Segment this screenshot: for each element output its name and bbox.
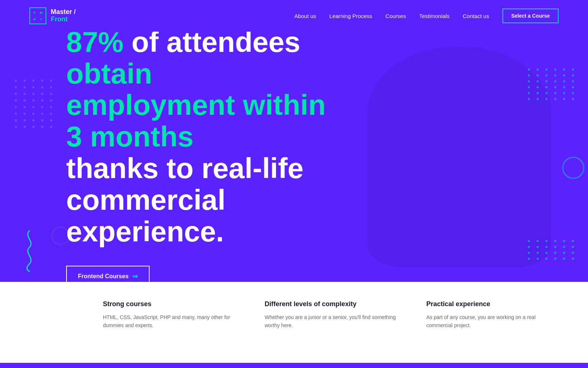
- nav-link-learning[interactable]: Learning Process: [329, 13, 372, 19]
- feature-item-2: Different levels of complexity Whether y…: [265, 300, 397, 344]
- headline-text4: experience.: [66, 215, 224, 248]
- logo-letter-t: T: [38, 16, 44, 22]
- hero-section: 87% of attendees obtain employment withi…: [0, 32, 588, 282]
- dots-right-top: [528, 68, 577, 100]
- hero-content: 87% of attendees obtain employment withi…: [0, 32, 331, 282]
- feature-item-1: Strong courses HTML, CSS, JavaScript, PH…: [103, 300, 235, 344]
- headline-text1: of attendees: [123, 32, 300, 58]
- logo-letter-n: N: [32, 16, 37, 22]
- nav-link-about[interactable]: About us: [294, 13, 316, 19]
- navbar: F M N T Master / Front About us Learning…: [0, 0, 588, 32]
- feature-desc-3: As part of any course, you are working o…: [426, 313, 559, 330]
- headline-text2: employment within 3 months: [66, 89, 326, 153]
- logo-line1: Master /: [51, 8, 76, 16]
- feature-item-3: Practical experience As part of any cour…: [426, 300, 559, 344]
- headline-text3: thanks to real-life commercial: [66, 152, 304, 216]
- logo-text: Master / Front: [51, 8, 76, 23]
- logo[interactable]: F M N T Master / Front: [29, 7, 76, 24]
- feature-title-1: Strong courses: [103, 300, 235, 308]
- circle-right-deco: [562, 157, 584, 179]
- hero-cta-label: Frontend Courses: [78, 273, 129, 280]
- logo-box: F M N T: [29, 7, 46, 24]
- feature-desc-2: Whether you are a junior or a senior, yo…: [265, 313, 397, 330]
- nav-links: About us Learning Process Courses Testim…: [294, 8, 559, 23]
- nav-link-courses[interactable]: Courses: [386, 13, 406, 19]
- nav-link-testimonials[interactable]: Testimonials: [419, 13, 450, 19]
- headline-obtain: obtain: [66, 57, 152, 90]
- headline-stat: 87%: [66, 32, 123, 58]
- person-bg: [368, 46, 551, 267]
- nav-link-contact[interactable]: Contact us: [463, 13, 489, 19]
- logo-line2: Front: [51, 16, 76, 23]
- hero-cta-arrow: ⇒: [132, 272, 138, 280]
- feature-title-2: Different levels of complexity: [265, 300, 397, 308]
- logo-letter-m: M: [38, 10, 44, 15]
- hero-headline: 87% of attendees obtain employment withi…: [66, 32, 331, 247]
- hero-cta-button[interactable]: Frontend Courses ⇒: [66, 266, 150, 282]
- feature-desc-1: HTML, CSS, JavaScript, PHP and many, man…: [103, 313, 235, 330]
- nav-cta-button[interactable]: Select a Course: [502, 8, 559, 23]
- features-section: Strong courses HTML, CSS, JavaScript, PH…: [0, 282, 588, 363]
- logo-letter-f: F: [32, 10, 37, 15]
- feature-title-3: Practical experience: [426, 300, 559, 308]
- dots-right-bottom: [528, 240, 577, 260]
